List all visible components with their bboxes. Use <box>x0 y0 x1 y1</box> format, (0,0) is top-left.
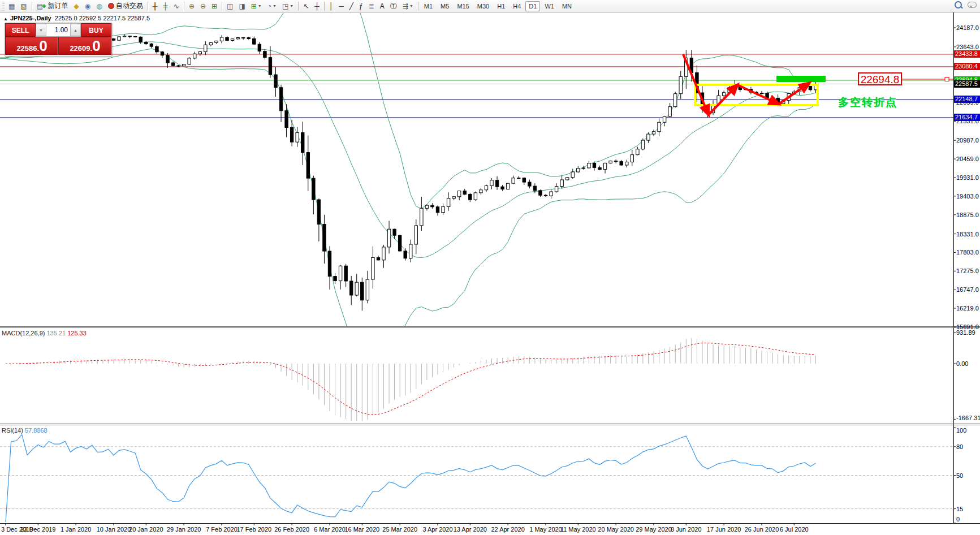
sell-price[interactable]: 22586.0 <box>5 37 58 55</box>
volume-decrease-button[interactable]: ▼ <box>36 24 46 36</box>
volume-input[interactable]: 1.00 <box>46 24 70 36</box>
chart-canvas[interactable] <box>0 0 980 535</box>
mt4-window: { "toolbar": { "groups": [ [ {"name":"wi… <box>0 0 980 535</box>
zigzag-arrow-3[interactable] <box>779 83 809 104</box>
one-click-trading-panel: SELL ▼ 1.00 ▲ BUY 22586.0 22609.0 <box>5 23 112 57</box>
buy-price[interactable]: 22609.0 <box>58 37 111 55</box>
candles <box>112 34 817 311</box>
bollinger-u <box>0 0 816 209</box>
green-resistance-rect[interactable] <box>776 76 826 82</box>
bollinger-m <box>0 42 816 258</box>
macd-histogram <box>6 338 816 421</box>
zigzag-arrow-1[interactable] <box>709 85 737 115</box>
buy-button[interactable]: BUY <box>81 23 111 37</box>
sell-button[interactable]: SELL <box>5 23 36 37</box>
bollinger-d <box>0 49 816 362</box>
volume-increase-button[interactable]: ▲ <box>70 24 81 36</box>
callout-handle[interactable] <box>945 77 949 81</box>
